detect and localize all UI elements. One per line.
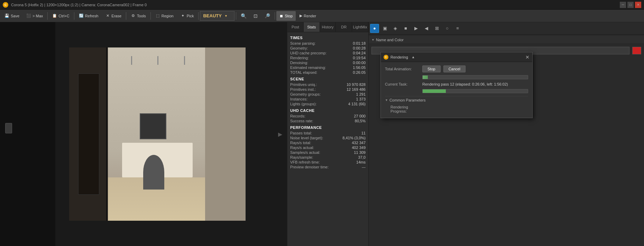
scene-section-title: SCENE	[290, 75, 366, 82]
room-chair	[143, 155, 164, 190]
common-params-header[interactable]: ▼ Common Parameters	[385, 96, 528, 104]
room-scene	[69, 47, 246, 221]
tools-icon: ⚙	[131, 14, 136, 18]
stats-row-geometry: Geometry: 0:00:28	[290, 46, 366, 51]
toolbar-sep-2	[74, 12, 74, 20]
dialog-cancel-button[interactable]: Cancel	[443, 65, 466, 72]
stats-row-estimated: Estimated remaining: 1:56:05	[290, 65, 366, 70]
region-button[interactable]: ⬚ Region	[152, 11, 177, 21]
render-button[interactable]: ▶ Render	[296, 11, 319, 21]
pick-icon: ✦	[181, 14, 185, 18]
prop-icon-light[interactable]: ⊠	[432, 24, 441, 33]
total-animation-row: Total Animation: Stop Cancel	[385, 65, 528, 72]
beauty-dropdown[interactable]: BEAUTY ▼	[200, 11, 234, 21]
stats-row-prims-uniq: Primitives uniq.: 10 970 828	[290, 82, 366, 87]
app-icon: C	[3, 2, 8, 8]
ceiling-light-3	[184, 56, 185, 65]
total-progress-row	[385, 75, 528, 79]
prop-icon-circle[interactable]: ●	[370, 24, 379, 33]
prop-icon-grid[interactable]: ▣	[380, 24, 389, 33]
refresh-icon: 🔄	[79, 14, 84, 18]
restore-button[interactable]: □	[627, 2, 634, 8]
toolbar-sep-1	[47, 12, 48, 20]
toolbar-sep-5	[198, 12, 199, 20]
refresh-button[interactable]: 🔄 Refresh	[76, 11, 102, 21]
tab-dr[interactable]: DR	[336, 22, 352, 32]
properties-toolbar: ● ▣ ◈ ■ ▶ ◀ ⊠ ○ ≡	[369, 22, 644, 35]
tab-post[interactable]: Post	[287, 22, 304, 32]
current-progress-row	[385, 89, 528, 93]
total-progress-bar	[422, 75, 528, 79]
zoom-fit-icon: ⊡	[254, 13, 258, 19]
stats-tabs: Post Stats History DR LightMix	[287, 22, 368, 32]
right-nav-icon: ▶	[278, 131, 282, 138]
rendering-progress-label: Rendering Progress:	[390, 105, 425, 113]
name-color-header[interactable]: ▼ Name and Color	[369, 36, 644, 44]
zoom-out-button[interactable]: 🔎	[261, 11, 273, 21]
wall-switch	[5, 123, 12, 133]
prop-icon-diamond[interactable]: ◈	[391, 24, 400, 33]
total-animation-label: Total Animation:	[385, 67, 420, 71]
erase-button[interactable]: ✕ Erase	[102, 11, 125, 21]
stop-button[interactable]: ⏹ Stop	[276, 11, 296, 21]
toolbar-sep-6	[236, 12, 236, 20]
stats-row-geo-groups: Geometry groups: 1 291	[290, 92, 366, 97]
zoom-fit-button[interactable]: ⊡	[250, 11, 261, 21]
prop-icon-back[interactable]: ◀	[422, 24, 431, 33]
render-panel: ▶	[0, 22, 287, 246]
save-button[interactable]: 💾 Save	[1, 11, 22, 21]
stats-row-rendering: Rendering: 0:19:54	[290, 55, 366, 60]
stats-row-total: TOTAL elapsed: 0:26:05	[290, 70, 366, 75]
stats-row-rays-actual: Rays/s actual: 402 349	[290, 145, 366, 150]
dialog-titlebar: C Rendering ▲ ✕	[381, 52, 532, 62]
room-monitor	[140, 113, 166, 139]
room-divider	[106, 47, 107, 221]
dialog-expand-button[interactable]: ▲	[412, 55, 415, 59]
dialog-close-button[interactable]: ✕	[525, 54, 530, 60]
minimize-button[interactable]: ─	[620, 2, 626, 8]
ceiling-light-2	[157, 56, 158, 65]
tools-button[interactable]: ⚙ Tools	[128, 11, 149, 21]
stats-row-denoiser: Preview denoiser time: ---	[290, 165, 366, 169]
stats-row-rays-sample: Rays/sample: 37,0	[290, 155, 366, 160]
color-swatch[interactable]	[632, 47, 641, 54]
toolbar-sep-7	[275, 12, 275, 20]
tab-stats[interactable]: Stats	[304, 22, 320, 32]
prop-icon-camera[interactable]: ▶	[412, 24, 421, 33]
prop-icon-more[interactable]: ≡	[453, 24, 462, 33]
chevron-down-icon: ▼	[224, 14, 228, 18]
name-color-title: Name and Color	[376, 38, 404, 42]
stats-row-success: Success rate: 80,5%	[290, 118, 366, 123]
tab-lightmix[interactable]: LightMix	[352, 22, 368, 32]
dialog-stop-button[interactable]: Stop	[422, 65, 441, 72]
stats-row-noise: Noise level (target): 8,41% (3,0%)	[290, 135, 366, 140]
stop-icon: ⏹	[279, 14, 283, 18]
zoom-in-icon: 🔍	[241, 13, 247, 19]
max-button[interactable]: ⬛ > Max	[23, 11, 46, 21]
title-bar: C Corona 5 (Hotfix 2) | 1200×1200px (1:2…	[0, 0, 644, 10]
copy-icon: 📋	[52, 14, 57, 18]
prop-icon-material[interactable]: ○	[443, 24, 452, 33]
zoom-in-button[interactable]: 🔍	[238, 11, 250, 21]
common-params-chevron: ▼	[385, 98, 388, 102]
stats-row-samples: Samples/s actual: 11 309	[290, 150, 366, 155]
close-button[interactable]: ✕	[635, 2, 641, 8]
ctrlc-button[interactable]: 📋 Ctrl+C	[49, 11, 72, 21]
rendering-dialog: C Rendering ▲ ✕ Total Animation: Stop Ca…	[380, 52, 533, 118]
main-area: ▶ Post Stats History DR LightMix TIMES S…	[0, 22, 644, 246]
region-icon: ⬚	[155, 14, 160, 18]
current-task-label: Current Task:	[385, 82, 420, 86]
current-task-row: Current Task: Rendering pass 12 (elapsed…	[385, 82, 528, 86]
rendering-progress-row: Rendering Progress:	[385, 104, 528, 114]
render-viewport	[69, 47, 246, 221]
prop-icon-square[interactable]: ■	[401, 24, 410, 33]
max-icon: ⬛	[26, 14, 31, 18]
tab-history[interactable]: History	[320, 22, 336, 32]
title-bar-text: Corona 5 (Hotfix 2) | 1200×1200px (1:2) …	[11, 3, 147, 7]
toolbar-sep-3	[126, 12, 126, 20]
stats-row-prims-inst: Primitives inst.: 12 169 486	[290, 87, 366, 92]
dialog-title: Rendering	[390, 55, 408, 59]
pick-button[interactable]: ✦ Pick	[177, 11, 197, 21]
play-icon: ▶	[300, 14, 302, 18]
stats-row-uhd: UHD cache precomp: 0:04:24	[290, 51, 366, 55]
